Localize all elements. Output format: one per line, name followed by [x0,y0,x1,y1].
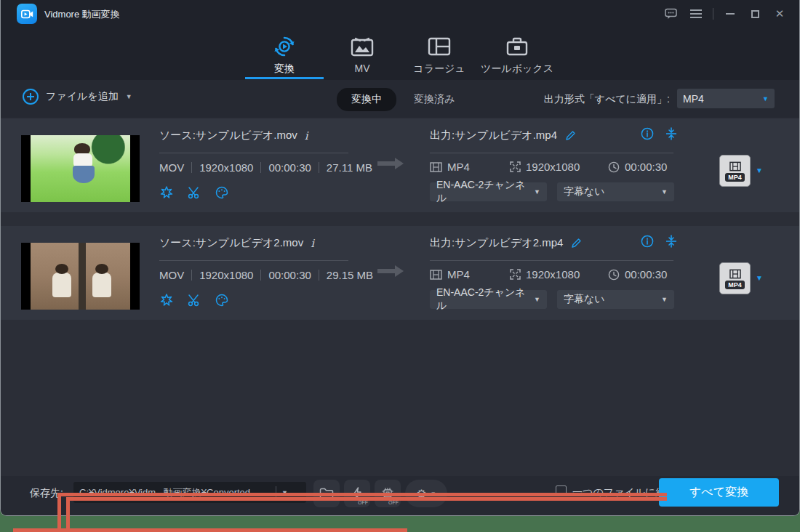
app-window: Vidmore 動画変換 ✕ 変換 [0,0,800,516]
edit-magic-icon[interactable] [159,185,174,200]
edit-magic-icon[interactable] [159,293,174,307]
info-circle-icon[interactable] [641,235,654,248]
add-file-label: ファイルを追加 [46,90,119,103]
type-dropdown-icon[interactable]: ▼ [756,166,763,174]
type-badge: MP4 [725,173,745,182]
subtitle-select[interactable]: 字幕ない ▼ [557,182,674,201]
titlebar: Vidmore 動画変換 ✕ [1,0,799,28]
annotation-line-outer-top [57,493,667,496]
output-format-label: 出力形式「すべてに適用」: [544,93,670,106]
output-format: MP4 [447,161,470,173]
source-filename: ソース:サンプルビデオ2.mov [159,236,303,250]
app-title: Vidmore 動画変換 [44,8,120,21]
source-filesize: 29.15 MB [319,270,380,281]
output-duration: 00:00:30 [625,161,667,173]
arrow-right-icon [376,262,405,280]
audio-track-value: EN-AAC-2チャンネル [436,179,534,205]
collage-icon [396,33,483,60]
divider [430,260,673,261]
source-duration: 00:00:30 [260,162,318,173]
clock-icon [608,161,620,173]
film-icon [430,270,442,280]
convert-icon [241,33,328,60]
annotation-line-inner-left [66,497,70,532]
output-format-select[interactable]: MP4 ▼ [677,89,775,108]
tab-toolbox[interactable]: ツールボックス [473,33,561,76]
off-label: OFF [388,500,399,505]
source-filename: ソース:サンプルビデオ.mov [159,129,297,142]
rename-pencil-icon[interactable] [564,129,577,142]
tab-collage-label: コラージュ [396,63,483,76]
type-dropdown-icon[interactable]: ▼ [756,274,763,282]
active-tab-underline [245,77,324,79]
audio-track-value: EN-AAC-2チャンネル [436,286,534,313]
tab-mv[interactable]: MV [319,33,406,74]
source-duration: 00:00:30 [260,270,318,281]
source-filesize: 27.11 MB [319,162,380,173]
effects-palette-icon[interactable] [215,293,229,307]
close-button[interactable]: ✕ [767,0,792,28]
compress-icon[interactable] [665,127,677,140]
tab-collage[interactable]: コラージュ [396,33,483,76]
output-resolution: 1920x1080 [526,268,580,281]
output-filename: 出力:サンプルビデオ.mp4 [430,129,557,142]
output-duration: 00:00:30 [625,268,667,281]
film-icon [729,268,741,280]
tab-convert[interactable]: 変換 [241,33,328,76]
subtitle-value: 字幕ない [564,185,605,198]
maximize-button[interactable] [743,0,767,28]
chevron-down-icon: ▼ [534,296,540,303]
divider [159,260,348,261]
plus-icon [23,89,39,105]
mv-icon [319,33,406,60]
effects-palette-icon[interactable] [215,185,229,200]
cut-scissors-icon[interactable] [187,185,201,200]
info-icon[interactable]: i [305,129,308,142]
audio-track-select[interactable]: EN-AAC-2チャンネル ▼ [430,290,547,309]
off-label: OFF [358,500,368,505]
toolbox-icon [473,33,561,60]
arrow-right-icon [376,155,405,172]
file-row: ソース:サンプルビデオ.mov i MOV 1920x1080 00:00:30… [1,118,800,212]
subtitle-select[interactable]: 字幕ない ▼ [557,290,674,309]
rename-pencil-icon[interactable] [570,237,583,249]
chevron-down-icon[interactable]: ▼ [126,93,132,100]
info-icon[interactable]: i [311,237,314,250]
feedback-icon[interactable] [659,0,684,28]
output-resolution: 1920x1080 [526,161,580,173]
add-file-button[interactable]: ファイルを追加 ▼ [23,89,132,105]
resolution-icon [510,161,521,172]
video-thumbnail[interactable] [21,135,140,202]
resolution-icon [510,269,521,280]
cut-scissors-icon[interactable] [187,293,201,307]
annotation-line-bottom [13,528,407,532]
info-circle-icon[interactable] [641,127,654,140]
minimize-button[interactable] [718,0,743,28]
chevron-down-icon: ▼ [661,296,668,303]
chevron-down-icon: ▼ [661,188,668,196]
film-icon [430,162,442,172]
source-resolution: 1920x1080 [191,270,260,281]
file-row: ソース:サンプルビデオ2.mov i MOV 1920x1080 00:00:3… [1,226,800,320]
convert-all-button[interactable]: すべて変換 [659,478,779,507]
audio-track-select[interactable]: EN-AAC-2チャンネル ▼ [430,182,547,201]
menu-icon[interactable] [684,0,708,28]
tab-converting[interactable]: 変換中 [337,88,396,111]
output-type-button[interactable]: MP4 [719,262,751,294]
tab-converted[interactable]: 変換済み [414,93,455,106]
source-resolution: 1920x1080 [191,162,260,173]
tab-toolbox-label: ツールボックス [473,63,561,76]
tab-mv-label: MV [319,63,406,74]
compress-icon[interactable] [665,235,677,248]
output-type-button[interactable]: MP4 [719,155,751,187]
video-thumbnail[interactable] [21,243,140,310]
toolbar: ファイルを追加 ▼ 変換中 変換済み 出力形式「すべてに適用」: MP4 ▼ [1,80,799,118]
source-meta: MOV 1920x1080 00:00:30 27.11 MB [159,162,380,173]
chevron-down-icon: ▼ [762,95,769,102]
output-filename: 出力:サンプルビデオ2.mp4 [430,236,563,250]
source-meta: MOV 1920x1080 00:00:30 29.15 MB [159,270,380,281]
tab-convert-label: 変換 [241,63,328,76]
divider [430,153,673,153]
desktop: Vidmore 動画変換 ✕ 変換 [0,0,800,532]
annotation-line-inner-top [66,497,667,501]
